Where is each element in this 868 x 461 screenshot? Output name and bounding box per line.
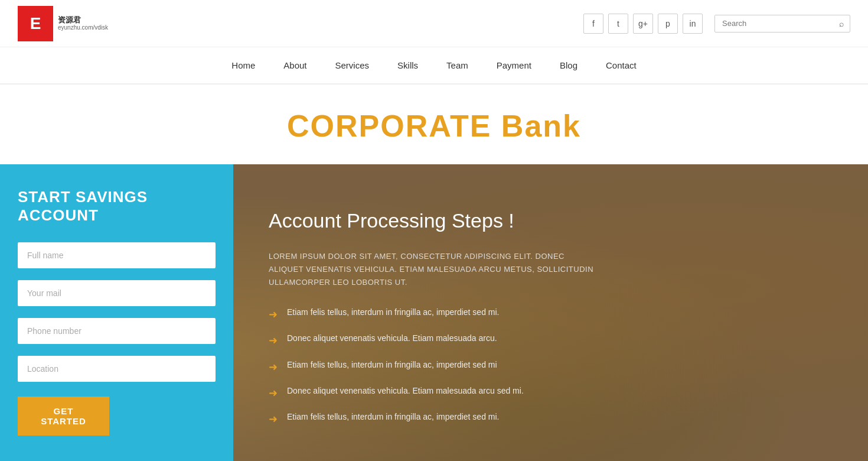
- right-panel-title: Account Processing Steps !: [269, 209, 833, 232]
- logo-sub-text: eyunzhu.com/vdisk: [58, 24, 108, 31]
- email-input[interactable]: [18, 280, 216, 306]
- list-item: ➜ Donec aliquet venenatis vehicula. Etia…: [269, 333, 833, 348]
- list-item: ➜ Etiam felis tellus, interdum in fringi…: [269, 359, 833, 375]
- header-right: f t g+ p in ⌕: [583, 14, 850, 34]
- google-plus-icon[interactable]: g+: [633, 14, 653, 34]
- arrow-icon-2: ➜: [269, 333, 278, 348]
- phone-input[interactable]: [18, 318, 216, 344]
- main-nav: Home About Services Skills Team Payment …: [0, 47, 868, 85]
- search-input[interactable]: [715, 15, 833, 31]
- right-panel-description: LOREM IPSUM DOLOR SIT AMET, CONSECTETUR …: [269, 250, 599, 289]
- hero-title-section: CORPORATE Bank: [0, 85, 868, 164]
- page-title: CORPORATE Bank: [12, 108, 856, 144]
- get-started-button[interactable]: GET STARTED: [18, 397, 109, 436]
- right-panel: Account Processing Steps ! LOREM IPSUM D…: [233, 164, 868, 461]
- form-title: START SAVINGS ACCOUNT: [18, 188, 216, 225]
- nav-home[interactable]: Home: [217, 47, 269, 83]
- logo-icon: E: [18, 6, 53, 41]
- nav-about[interactable]: About: [269, 47, 321, 83]
- nav-skills[interactable]: Skills: [383, 47, 432, 83]
- form-panel: START SAVINGS ACCOUNT GET STARTED: [0, 164, 233, 461]
- header: E 资源君 eyunzhu.com/vdisk f t g+ p in ⌕: [0, 0, 868, 47]
- bullet-text-3: Etiam felis tellus, interdum in fringill…: [287, 359, 497, 371]
- fullname-input[interactable]: [18, 242, 216, 268]
- pinterest-icon[interactable]: p: [658, 14, 678, 34]
- location-input[interactable]: [18, 356, 216, 382]
- arrow-icon-5: ➜: [269, 412, 278, 427]
- arrow-icon-4: ➜: [269, 386, 278, 401]
- arrow-icon-3: ➜: [269, 360, 278, 375]
- arrow-icon-1: ➜: [269, 307, 278, 322]
- facebook-icon[interactable]: f: [583, 14, 603, 34]
- nav-blog[interactable]: Blog: [546, 47, 592, 83]
- hero-title-part2: Bank: [501, 109, 581, 143]
- hero-title-part1: CORPORATE: [287, 109, 491, 143]
- logo-text-block: 资源君 eyunzhu.com/vdisk: [58, 15, 108, 32]
- nav-team[interactable]: Team: [432, 47, 482, 83]
- list-item: ➜ Etiam felis tellus, interdum in fringi…: [269, 411, 833, 427]
- logo-main-text: 资源君: [58, 15, 108, 25]
- list-item: ➜ Donec aliquet venenatis vehicula. Etia…: [269, 385, 833, 401]
- social-icons-group: f t g+ p in: [583, 14, 703, 34]
- nav-payment[interactable]: Payment: [482, 47, 546, 83]
- search-button[interactable]: ⌕: [833, 15, 850, 32]
- logo[interactable]: E 资源君 eyunzhu.com/vdisk: [18, 6, 108, 41]
- bullet-text-4: Donec aliquet venenatis vehicula. Etiam …: [287, 385, 524, 397]
- twitter-icon[interactable]: t: [608, 14, 628, 34]
- search-bar: ⌕: [714, 15, 850, 33]
- bullet-list: ➜ Etiam felis tellus, interdum in fringi…: [269, 307, 833, 427]
- list-item: ➜ Etiam felis tellus, interdum in fringi…: [269, 307, 833, 322]
- bullet-text-5: Etiam felis tellus, interdum in fringill…: [287, 411, 499, 423]
- bullet-text-1: Etiam felis tellus, interdum in fringill…: [287, 307, 499, 319]
- main-content-section: START SAVINGS ACCOUNT GET STARTED Accoun…: [0, 164, 868, 461]
- bullet-text-2: Donec aliquet venenatis vehicula. Etiam …: [287, 333, 497, 345]
- linkedin-icon[interactable]: in: [683, 14, 703, 34]
- nav-contact[interactable]: Contact: [592, 47, 651, 83]
- nav-services[interactable]: Services: [321, 47, 384, 83]
